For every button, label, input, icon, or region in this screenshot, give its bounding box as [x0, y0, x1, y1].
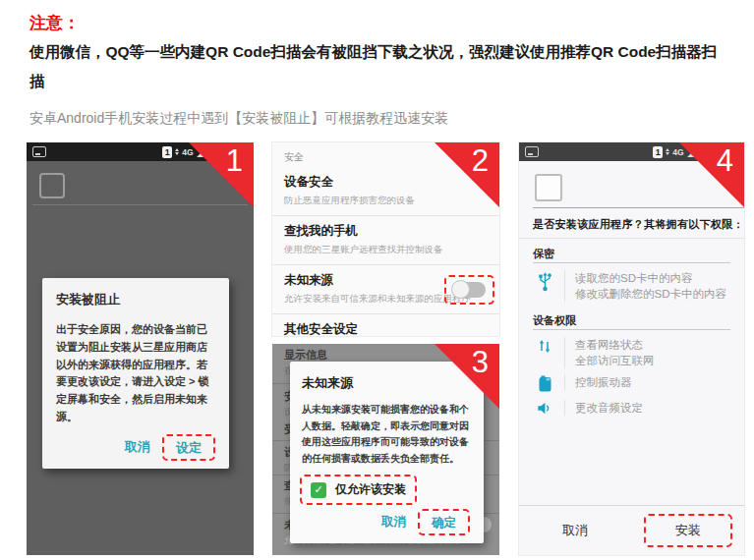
- screenshot-icon: [525, 146, 539, 157]
- permission-line: 读取您的SD卡中的内容: [575, 270, 726, 286]
- step-number: 2: [472, 145, 489, 176]
- install-button[interactable]: 安装: [675, 523, 701, 537]
- tutorial-page: 注意： 使用微信，QQ等一些内建QR Code扫描会有被阻挡下载之状况，强烈建议…: [0, 0, 754, 560]
- permission-lines: 查看网络状态 全部访问互联网: [564, 337, 655, 368]
- settings-row-title: 其他安全设定: [284, 321, 488, 336]
- highlight-box-unknown-sources-toggle: [444, 275, 494, 305]
- step-corner-ribbon: [679, 142, 744, 207]
- app-icon-placeholder: [535, 174, 562, 201]
- section-header-device: 设备权限: [533, 313, 576, 328]
- notice-title: 注意：: [29, 12, 80, 34]
- cancel-button[interactable]: 取消: [519, 522, 632, 539]
- permission-line: 修改或删除您的SD卡中的内容: [575, 286, 726, 302]
- install-blocked-dialog: 安装被阻止 出于安全原因，您的设备当前已设置为阻止安装从三星应用商店以外的来源获…: [42, 278, 229, 469]
- ok-button[interactable]: 确定: [426, 512, 462, 533]
- divider: [519, 238, 744, 239]
- settings-row-subtitle: 使用您的三星账户远程查找并控制设备: [284, 244, 488, 256]
- notice-body: 使用微信，QQ等一些内建QR Code扫描会有被阻挡下载之状况，强烈建议使用推荐…: [29, 37, 725, 96]
- highlight-box-ok-button: 确定: [418, 509, 470, 535]
- phone-screen-step1: 1 4G 7 安装被阻止 出于安全原因，您的设备当前已设置为阻止安装从三星应用商…: [27, 142, 254, 555]
- permission-row-storage: 读取您的SD卡中的内容 修改或删除您的SD卡中的内容: [535, 270, 726, 302]
- step-number: 1: [226, 145, 243, 176]
- highlight-box-install-button: 安装: [644, 514, 732, 547]
- vibration-icon: [535, 374, 554, 392]
- section-header-privacy: 保密: [533, 247, 554, 261]
- dialog-body: 从未知来源安装可能损害您的设备和个人数据。轻敲确定，即表示您同意对因使用这些应用…: [302, 402, 472, 467]
- dialog-body: 出于安全原因，您的设备当前已设置为阻止安装从三星应用商店以外的来源获得的应用程序…: [56, 321, 215, 426]
- divider: [533, 207, 744, 208]
- permission-line: 全部访问互联网: [575, 353, 655, 368]
- usb-icon: [535, 270, 554, 292]
- permission-row-audio: 更改音频设定: [535, 400, 643, 416]
- step-number: 4: [717, 145, 733, 176]
- permission-row-network: 查看网络状态 全部访问互联网: [535, 337, 655, 368]
- divider: [533, 329, 730, 330]
- settings-row-other-security[interactable]: 其他安全设定 更改安全更新和证书存储等其他安全设定: [272, 314, 499, 336]
- dialog-title: 安装被阻止: [56, 291, 215, 308]
- step-corner-ribbon: [435, 142, 499, 207]
- settings-row-find-my-mobile[interactable]: 查找我的手机 使用您的三星账户远程查找并控制设备: [272, 216, 499, 265]
- bg-list-title: 显示信息: [284, 348, 327, 363]
- tutorial-subtitle: 安卓Android手机安装过程中遇到【安装被阻止】可根据教程迅速安装: [29, 110, 448, 128]
- phone-screen-step3: 显示信息 在 安 设 受 设 防 查 使 未 允许安装来自可信来源和未知来源的应…: [272, 344, 499, 555]
- settings-button[interactable]: 设定: [170, 436, 207, 459]
- speaker-icon: [535, 400, 554, 416]
- permission-line: 更改音频设定: [575, 400, 643, 416]
- highlight-box-checkbox: ✓ 仅允许该安装: [300, 475, 417, 505]
- permission-lines: 更改音频设定: [564, 400, 643, 416]
- screenshot-icon: [32, 146, 46, 157]
- notification-count-badge: 1: [653, 146, 663, 158]
- check-icon: ✓: [314, 483, 322, 496]
- permission-line: 控制振动器: [575, 374, 632, 390]
- dialog-buttons: 取消 设定: [56, 434, 215, 461]
- cancel-button[interactable]: 取消: [119, 434, 156, 460]
- permission-row-vibration: 控制振动器: [535, 374, 632, 392]
- step-corner-ribbon: [189, 142, 254, 207]
- network-arrows-icon: [535, 337, 554, 355]
- install-button-cell: 安装: [632, 514, 745, 547]
- data-activity-icon: [175, 148, 179, 155]
- dialog-buttons: 取消 确定: [302, 509, 472, 535]
- settings-row-title: 查找我的手机: [284, 223, 488, 240]
- step-corner-ribbon: [435, 344, 499, 409]
- install-prompt-title: 是否安装该应用程序？其将拥有以下权限：: [533, 217, 744, 232]
- divider: [533, 262, 730, 263]
- cancel-button[interactable]: 取消: [376, 510, 412, 534]
- install-button-bar: 取消 安装: [519, 505, 744, 555]
- app-icon-placeholder: [39, 173, 65, 198]
- settings-row-unknown-sources[interactable]: 未知来源 允许安装来自可信来源和未知来源的应用程序: [272, 265, 499, 314]
- notification-count-badge: 1: [162, 146, 172, 158]
- permission-lines: 读取您的SD卡中的内容 修改或删除您的SD卡中的内容: [564, 270, 726, 302]
- allow-once-checkbox[interactable]: ✓: [311, 482, 326, 498]
- permission-lines: 控制振动器: [564, 374, 632, 390]
- permission-line: 查看网络状态: [575, 337, 655, 353]
- highlight-box-settings-button: 设定: [162, 434, 215, 461]
- checkbox-label: 仅允许该安装: [335, 481, 406, 498]
- data-activity-icon: [666, 148, 669, 155]
- phone-screen-step4: 1 4G 7 是否安装该应用程序？其将拥有以下权限： 保密: [519, 142, 744, 555]
- phone-screen-step2: 安全 设备安全 防止恶意应用程序损害您的设备 查找我的手机 使用您的三星账户远程…: [272, 142, 499, 336]
- unknown-sources-toggle[interactable]: [453, 282, 486, 298]
- step-number: 3: [472, 347, 489, 377]
